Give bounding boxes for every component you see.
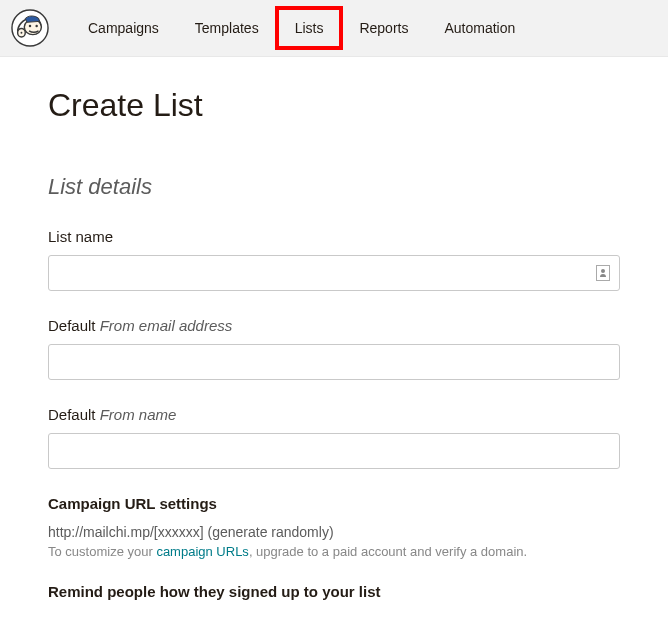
- main-content: Create List List details List name Defau…: [0, 57, 668, 620]
- svg-point-2: [29, 25, 31, 27]
- help-prefix: To customize your: [48, 544, 156, 559]
- list-name-label: List name: [48, 228, 620, 245]
- campaign-urls-link[interactable]: campaign URLs: [156, 544, 249, 559]
- nav-items: Campaigns Templates Lists Reports Automa…: [70, 8, 533, 48]
- campaign-url-help: To customize your campaign URLs, upgrade…: [48, 544, 620, 559]
- svg-point-5: [21, 32, 23, 34]
- page-title: Create List: [48, 87, 620, 124]
- svg-point-7: [601, 269, 605, 273]
- top-navigation: Campaigns Templates Lists Reports Automa…: [0, 0, 668, 57]
- svg-point-3: [35, 25, 37, 27]
- from-name-input[interactable]: [48, 433, 620, 469]
- from-name-label-italic: From name: [100, 406, 177, 423]
- from-email-label: Default From email address: [48, 317, 620, 334]
- from-email-field: Default From email address: [48, 317, 620, 380]
- campaign-url-text: http://mailchi.mp/[xxxxxx] (generate ran…: [48, 524, 620, 540]
- nav-lists[interactable]: Lists: [277, 8, 342, 48]
- list-name-input[interactable]: [48, 255, 620, 291]
- mailchimp-logo-icon[interactable]: [10, 8, 50, 48]
- campaign-url-heading: Campaign URL settings: [48, 495, 620, 512]
- from-name-label: Default From name: [48, 406, 620, 423]
- nav-templates[interactable]: Templates: [177, 8, 277, 48]
- from-email-label-italic: From email address: [100, 317, 233, 334]
- from-email-input[interactable]: [48, 344, 620, 380]
- nav-campaigns[interactable]: Campaigns: [70, 8, 177, 48]
- help-suffix: , upgrade to a paid account and verify a…: [249, 544, 527, 559]
- from-name-field: Default From name: [48, 406, 620, 469]
- list-name-field: List name: [48, 228, 620, 291]
- remind-heading: Remind people how they signed up to your…: [48, 583, 620, 600]
- from-email-label-prefix: Default: [48, 317, 100, 334]
- nav-reports[interactable]: Reports: [341, 8, 426, 48]
- section-title: List details: [48, 174, 620, 200]
- nav-automation[interactable]: Automation: [426, 8, 533, 48]
- contact-card-icon: [596, 265, 610, 281]
- from-name-label-prefix: Default: [48, 406, 100, 423]
